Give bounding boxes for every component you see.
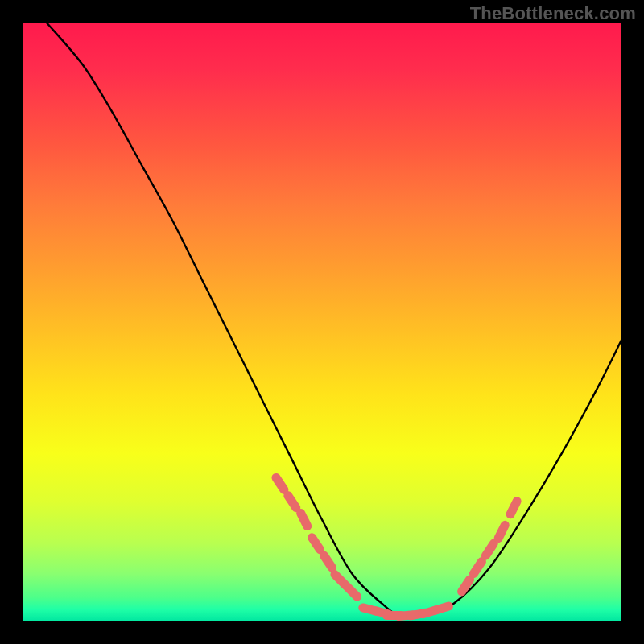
svg-line-2 [301, 513, 308, 526]
bottleneck-curve [47, 23, 621, 617]
highlight-dots-bottom [363, 606, 449, 616]
svg-line-3 [312, 538, 320, 550]
highlight-dots-left [276, 477, 357, 597]
watermark-text: TheBottleneck.com [470, 3, 636, 24]
svg-line-6 [347, 586, 357, 597]
svg-line-18 [510, 502, 517, 514]
svg-line-15 [473, 562, 481, 574]
svg-line-13 [435, 606, 448, 610]
svg-line-16 [485, 543, 493, 555]
highlight-dots-right [462, 502, 518, 592]
svg-line-4 [324, 555, 332, 568]
svg-line-1 [288, 496, 296, 508]
chart-frame: TheBottleneck.com [0, 0, 644, 644]
svg-line-17 [498, 525, 505, 538]
svg-line-5 [335, 575, 345, 585]
chart-svg [23, 23, 621, 621]
svg-line-0 [276, 477, 284, 489]
